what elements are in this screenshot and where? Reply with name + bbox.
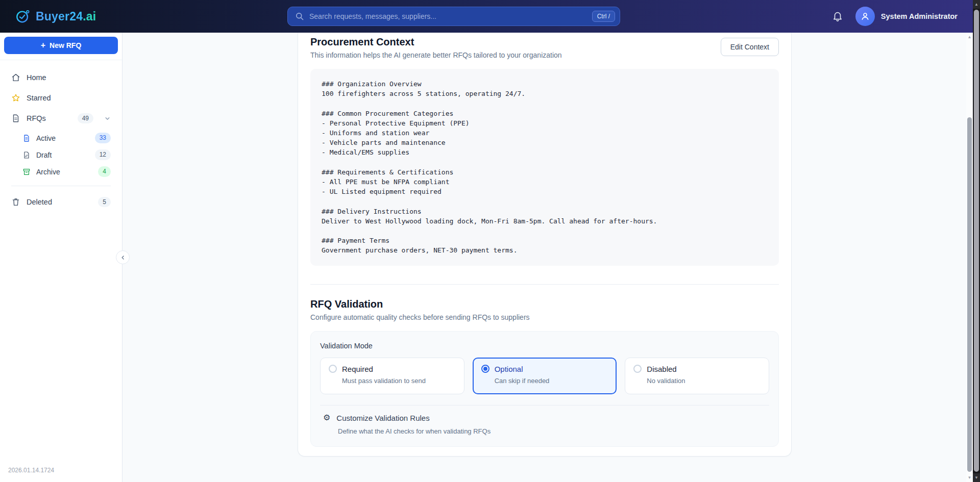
scroll-down-icon[interactable]: ▼ (966, 475, 973, 481)
archive-icon (22, 168, 31, 176)
mode-option-required[interactable]: Required Must pass validation to send (320, 358, 464, 394)
person-icon (860, 11, 870, 21)
mode-description: No validation (647, 377, 761, 385)
clock-logo-icon (15, 9, 31, 24)
customize-description: Define what the AI checks for when valid… (338, 427, 769, 435)
rfq-validation-subtitle: Configure automatic quality checks befor… (310, 313, 779, 322)
sidebar-item-label: Deleted (27, 198, 52, 206)
scroll-up-icon[interactable]: ▲ (966, 34, 973, 40)
global-search[interactable]: Ctrl / (287, 7, 620, 26)
mode-description: Must pass validation to send (342, 377, 456, 385)
procurement-context-title: Procurement Context (310, 36, 562, 48)
mode-label: Optional (495, 365, 523, 373)
search-input[interactable] (309, 12, 587, 20)
customize-validation-rules: ⚙ Customize Validation Rules Define what… (320, 414, 769, 435)
chevron-down-icon[interactable] (104, 115, 111, 122)
sidebar-item-draft[interactable]: Draft 12 (18, 146, 116, 163)
validation-mode-panel: Validation Mode Required Must pass valid… (310, 331, 779, 447)
panel-divider (320, 405, 769, 405)
mode-description: Can skip if needed (495, 377, 608, 385)
chevron-left-icon (120, 255, 126, 261)
avatar (855, 7, 875, 26)
sidebar-collapse-button[interactable] (116, 250, 130, 264)
trash-icon (11, 197, 20, 207)
mode-label: Disabled (647, 365, 676, 373)
deleted-count-badge: 5 (98, 197, 111, 207)
file-text-icon (11, 114, 20, 123)
sidebar: + New RFQ Home Starred (0, 33, 122, 482)
sidebar-item-active[interactable]: Active 33 (18, 130, 116, 146)
gear-icon: ⚙ (323, 414, 330, 422)
build-version: 2026.01.14.1724 (0, 460, 122, 482)
sidebar-item-label: Draft (36, 151, 52, 159)
user-menu[interactable]: System Administrator (855, 7, 958, 26)
sidebar-item-label: RFQs (27, 114, 46, 122)
mode-option-optional[interactable]: Optional Can skip if needed (473, 358, 617, 394)
sidebar-item-rfqs[interactable]: RFQs 49 (6, 108, 116, 129)
sidebar-item-archive[interactable]: Archive 4 (18, 163, 116, 180)
edit-context-button[interactable]: Edit Context (721, 38, 779, 56)
customize-label: Customize Validation Rules (336, 414, 429, 422)
bell-icon (832, 11, 843, 22)
sidebar-item-label: Starred (27, 94, 51, 102)
section-divider (310, 284, 779, 285)
sidebar-divider (11, 186, 111, 186)
active-file-icon (22, 134, 31, 142)
brand-suffix: .ai (83, 10, 96, 23)
rfqs-count-badge: 49 (78, 113, 93, 123)
rfq-validation-header: RFQ Validation Configure automatic quali… (310, 298, 779, 322)
star-icon (11, 93, 20, 103)
new-rfq-button[interactable]: + New RFQ (4, 37, 118, 54)
draft-file-icon (22, 151, 31, 159)
notifications-button[interactable] (832, 11, 843, 22)
page-scrollbar[interactable]: ▲ ▼ (966, 33, 973, 482)
radio-disabled[interactable] (633, 365, 642, 373)
radio-required[interactable] (329, 365, 337, 373)
customize-validation-rules-button[interactable]: ⚙ Customize Validation Rules (323, 414, 769, 422)
main-content: Procurement Context This information hel… (123, 33, 966, 482)
page-scrollbar-thumb[interactable] (967, 117, 972, 472)
brand-text: Buyer24.ai (36, 10, 96, 23)
plus-icon: + (41, 41, 45, 49)
procurement-context-subtitle: This information helps the AI generate b… (310, 51, 562, 60)
window-scroll-up-button[interactable]: ▲ (973, 0, 980, 9)
sidebar-item-home[interactable]: Home (6, 67, 116, 88)
brand-logo[interactable]: Buyer24.ai (15, 9, 96, 24)
home-icon (11, 73, 20, 82)
sidebar-item-label: Archive (36, 168, 60, 176)
validation-mode-label: Validation Mode (320, 342, 769, 350)
radio-optional[interactable] (481, 365, 489, 373)
procurement-context-header: Procurement Context This information hel… (310, 36, 779, 60)
window-scrollbar-thumb[interactable] (974, 10, 979, 472)
new-rfq-label: New RFQ (50, 41, 81, 49)
archive-count-badge: 4 (98, 166, 111, 176)
mode-option-disabled[interactable]: Disabled No validation (625, 358, 769, 394)
brand-name: Buyer24 (36, 10, 83, 23)
rfq-validation-title: RFQ Validation (310, 298, 779, 310)
settings-card: Procurement Context This information hel… (298, 33, 792, 456)
active-count-badge: 33 (95, 133, 111, 143)
sidebar-item-deleted[interactable]: Deleted 5 (6, 192, 116, 212)
user-name: System Administrator (881, 12, 958, 20)
app-window: Buyer24.ai Ctrl / (0, 0, 973, 482)
sidebar-item-label: Home (27, 73, 46, 82)
keyboard-shortcut-badge: Ctrl / (592, 11, 615, 22)
draft-count-badge: 12 (95, 149, 111, 160)
mode-label: Required (342, 365, 373, 373)
search-icon (295, 12, 304, 21)
procurement-context-text: ### Organization Overview 100 firefighte… (310, 69, 779, 266)
sidebar-item-starred[interactable]: Starred (6, 88, 116, 108)
window-scroll-down-button[interactable]: ▼ (973, 473, 980, 482)
top-navbar: Buyer24.ai Ctrl / (0, 0, 973, 33)
sidebar-item-label: Active (36, 134, 56, 142)
window-scrollbar[interactable]: ▲ ▼ (973, 0, 980, 482)
